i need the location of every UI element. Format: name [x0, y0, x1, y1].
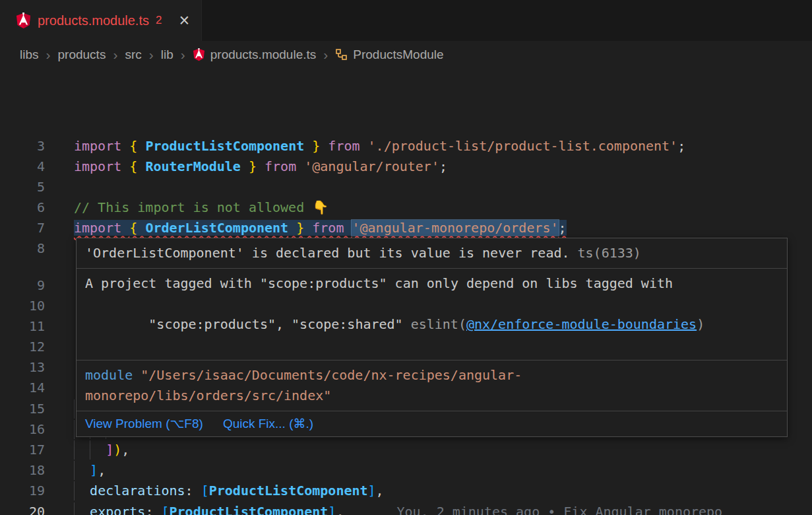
breadcrumb: libs › products › src › lib › products.m… — [0, 41, 812, 68]
tab-products-module-ts[interactable]: products.module.ts 2 × — [0, 0, 202, 41]
indent-guide — [74, 481, 75, 500]
indent-guide — [74, 440, 75, 460]
code-line[interactable]: 6// This import is not allowed 👇 — [0, 197, 812, 218]
breadcrumb-item-symbol[interactable]: ProductsModule — [335, 48, 443, 62]
diagnostic-hover-popup: 'OrderListComponent' is declared but its… — [76, 238, 788, 437]
ts-diagnostic-section: 'OrderListComponent' is declared but its… — [77, 238, 787, 269]
chevron-right-icon: › — [149, 48, 154, 61]
code-line-active[interactable]: 20 exports: [ProductListComponent],You, … — [0, 502, 812, 515]
module-info-line1: module"/Users/isaac/Documents/code/nx-re… — [85, 365, 778, 386]
eslint-rule-link[interactable]: @nx/enforce-module-boundaries — [466, 316, 697, 332]
error-squiggle-range[interactable]: import { OrderListComponent } from '@ang… — [74, 220, 567, 236]
code-line[interactable]: 4import { RouterModule } from '@angular/… — [0, 156, 812, 177]
line-number[interactable]: 6 — [0, 197, 45, 218]
git-blame-annotation: You, 2 minutes ago • Fix Angular monorep… — [396, 504, 722, 515]
module-symbol-icon — [335, 48, 348, 61]
module-info-section: module"/Users/isaac/Documents/code/nx-re… — [77, 360, 787, 411]
close-icon[interactable]: × — [179, 12, 189, 30]
module-path-line1: "/Users/isaac/Documents/code/nx-recipes/… — [141, 367, 522, 383]
angular-file-icon — [193, 48, 205, 61]
code-line[interactable]: 5 — [0, 177, 812, 197]
indent-guide — [74, 461, 75, 480]
hover-action-bar: View Problem (⌥F8) Quick Fix... (⌘.) — [77, 411, 787, 436]
line-number[interactable]: 19 — [0, 481, 45, 501]
tab-title: products.module.ts — [38, 13, 149, 28]
breadcrumb-item-products[interactable]: products — [58, 48, 106, 62]
code-line[interactable]: 19 declarations: [ProductListComponent], — [0, 481, 812, 501]
line-number[interactable]: 15 — [0, 399, 45, 419]
eslint-source-prefix: eslint( — [411, 316, 466, 332]
line-number[interactable]: 9 — [0, 275, 45, 296]
line-number[interactable]: 13 — [0, 357, 45, 378]
eslint-source-suffix: ) — [697, 316, 704, 332]
chevron-right-icon: › — [181, 48, 185, 61]
indent-guide — [74, 502, 75, 515]
line-number[interactable]: 3 — [0, 136, 45, 156]
module-keyword: module — [85, 367, 133, 383]
chevron-right-icon: › — [46, 48, 51, 61]
line-number[interactable]: 4 — [0, 156, 45, 177]
code-line[interactable]: 17 ]), — [0, 440, 812, 460]
quick-fix-button[interactable]: Quick Fix... (⌘.) — [223, 414, 313, 434]
breadcrumb-item-src[interactable]: src — [125, 48, 141, 62]
chevron-right-icon: › — [113, 48, 117, 61]
code-line[interactable]: 18 ], — [0, 460, 812, 481]
chevron-right-icon: › — [323, 48, 328, 61]
line-number[interactable]: 5 — [0, 177, 45, 197]
breadcrumb-file-label: products.module.ts — [210, 48, 317, 62]
eslint-message-line2: "scope:products", "scope:shared"eslint(@… — [85, 294, 778, 355]
angular-icon — [16, 13, 31, 29]
breadcrumb-item-file[interactable]: products.module.ts — [193, 48, 317, 62]
module-path-line2: monorepo/libs/orders/src/index" — [85, 388, 331, 403]
code-editor[interactable]: 3import { ProductListComponent } from '.… — [0, 68, 812, 515]
eslint-diagnostic-section: A project tagged with "scope:products" c… — [77, 269, 787, 360]
code-line[interactable]: 3import { ProductListComponent } from '.… — [0, 136, 812, 156]
ts-error-message: 'OrderListComponent' is declared but its… — [85, 245, 570, 261]
indent-guide — [74, 399, 75, 419]
line-number[interactable]: 14 — [0, 378, 45, 398]
line-number[interactable]: 8 — [0, 238, 45, 259]
line-number[interactable]: 18 — [0, 460, 45, 481]
line-number[interactable]: 17 — [0, 440, 45, 460]
eslint-message-line1: A project tagged with "scope:products" c… — [85, 273, 778, 294]
breadcrumb-symbol-label: ProductsModule — [353, 48, 443, 62]
code-line-with-error[interactable]: 7import { OrderListComponent } from '@an… — [0, 218, 812, 238]
breadcrumb-item-lib[interactable]: lib — [161, 48, 173, 62]
view-problem-button[interactable]: View Problem (⌥F8) — [85, 414, 203, 434]
line-number[interactable]: 12 — [0, 337, 45, 357]
indent-guide — [74, 420, 75, 439]
ts-error-code: ts(6133) — [578, 245, 641, 261]
line-number[interactable]: 11 — [0, 316, 45, 337]
tab-bar: products.module.ts 2 × — [0, 0, 812, 41]
line-number[interactable]: 7 — [0, 218, 45, 238]
indent-guide — [90, 440, 90, 460]
line-number[interactable]: 20 — [0, 502, 45, 515]
breadcrumb-item-libs[interactable]: libs — [20, 48, 39, 62]
tab-problem-count-badge: 2 — [156, 14, 162, 27]
module-info-line2: monorepo/libs/orders/src/index" — [85, 386, 778, 406]
eslint-message-line2-text: "scope:products", "scope:shared" — [148, 316, 402, 332]
line-number[interactable]: 16 — [0, 419, 45, 440]
line-number[interactable]: 10 — [0, 296, 45, 316]
